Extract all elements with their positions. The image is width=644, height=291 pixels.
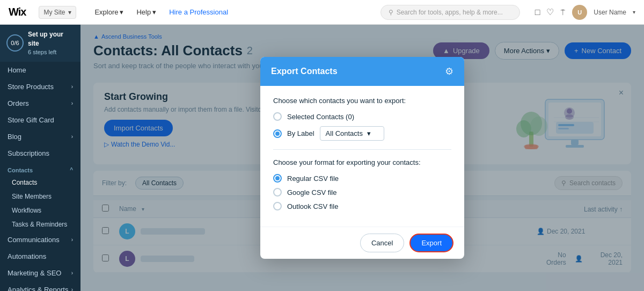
explore-link[interactable]: Explore ▾ bbox=[89, 5, 129, 19]
chevron-right-icon: › bbox=[71, 237, 73, 243]
radio-selected-contacts[interactable]: Selected Contacts (0) bbox=[273, 112, 451, 121]
chevron-right-icon: › bbox=[71, 287, 73, 291]
chevron-right-icon: › bbox=[71, 100, 73, 106]
site-selector[interactable]: My Site ▾ bbox=[39, 6, 76, 19]
radio-google-csv[interactable]: Google CSV file bbox=[273, 188, 451, 197]
cancel-button[interactable]: Cancel bbox=[360, 234, 404, 252]
sidebar-item-store-products[interactable]: Store Products › bbox=[0, 78, 80, 95]
chevron-right-icon: › bbox=[71, 270, 73, 276]
chevron-right-icon: › bbox=[71, 134, 73, 140]
sidebar-item-gift-card[interactable]: Store Gift Card bbox=[0, 112, 80, 128]
sidebar-item-workflows[interactable]: Workflows bbox=[0, 203, 80, 217]
sidebar-item-analytics[interactable]: Analytics & Reports › bbox=[0, 281, 80, 291]
user-chevron-icon: ▾ bbox=[633, 9, 635, 15]
radio-label-by-label: By Label bbox=[287, 129, 314, 137]
radio-circle bbox=[273, 188, 282, 197]
modal-body: Choose which contacts you want to export… bbox=[260, 86, 464, 227]
radio-regular-csv[interactable]: Regular CSV file bbox=[273, 174, 451, 183]
chevron-down-icon: ▾ bbox=[120, 8, 123, 16]
radio-circle bbox=[273, 112, 282, 121]
chevron-down-icon: ▾ bbox=[152, 8, 156, 16]
hire-professional-link[interactable]: Hire a Professional bbox=[164, 5, 233, 19]
chevron-down-icon: ▾ bbox=[68, 9, 71, 16]
sidebar-item-marketing[interactable]: Marketing & SEO › bbox=[0, 265, 80, 281]
sidebar-item-automations[interactable]: Automations bbox=[0, 248, 80, 265]
sidebar-item-site-members[interactable]: Site Members bbox=[0, 190, 80, 203]
help-link[interactable]: Help ▾ bbox=[131, 5, 162, 19]
radio-label-google-csv: Google CSV file bbox=[287, 188, 337, 197]
sidebar-item-contacts[interactable]: Contacts bbox=[0, 176, 80, 190]
sidebar-item-tasks-reminders[interactable]: Tasks & Reminders bbox=[0, 217, 80, 231]
setup-circle: 0/6 bbox=[6, 34, 24, 52]
megaphone-icon[interactable]: ⍑ bbox=[560, 8, 566, 17]
sidebar-item-orders[interactable]: Orders › bbox=[0, 95, 80, 112]
setup-text: Set up your site 6 steps left bbox=[28, 30, 74, 56]
label-dropdown[interactable]: All Contacts ▾ bbox=[320, 126, 384, 141]
modal-divider bbox=[273, 149, 451, 150]
sidebar: 0/6 Set up your site 6 steps left Home S… bbox=[0, 25, 80, 291]
user-name: User Name bbox=[594, 9, 626, 16]
setup-progress[interactable]: 0/6 Set up your site 6 steps left bbox=[0, 25, 80, 62]
export-contacts-modal: Export Contacts ⚙ Choose which contacts … bbox=[260, 57, 464, 259]
main-content: ▲ Ascend Business Tools Contacts: All Co… bbox=[80, 25, 644, 291]
radio-label-outlook-csv: Outlook CSV file bbox=[287, 202, 338, 210]
modal-overlay: Export Contacts ⚙ Choose which contacts … bbox=[80, 25, 644, 291]
chevron-right-icon: › bbox=[71, 84, 73, 90]
search-placeholder: Search for tools, apps, help & more... bbox=[397, 9, 503, 16]
wix-logo: Wix bbox=[9, 6, 26, 18]
main-layout: 0/6 Set up your site 6 steps left Home S… bbox=[0, 25, 644, 291]
nav-links: Explore ▾ Help ▾ Hire a Professional bbox=[89, 5, 233, 19]
bell-icon[interactable]: ♡ bbox=[546, 7, 554, 17]
radio-outlook-csv[interactable]: Outlook CSV file bbox=[273, 202, 451, 210]
sidebar-item-blog[interactable]: Blog › bbox=[0, 128, 80, 145]
modal-title: Export Contacts bbox=[271, 67, 338, 76]
export-button[interactable]: Export bbox=[409, 234, 453, 252]
search-icon: ⚲ bbox=[389, 9, 393, 16]
format-section-label: Choose your format for exporting your co… bbox=[273, 158, 451, 166]
sidebar-item-communications[interactable]: Communications › bbox=[0, 231, 80, 248]
modal-footer: Cancel Export bbox=[260, 227, 464, 259]
global-search-bar[interactable]: ⚲ Search for tools, apps, help & more... bbox=[380, 5, 520, 20]
radio-label-selected: Selected Contacts (0) bbox=[287, 113, 354, 121]
nav-icons: □ ♡ ⍑ U User Name ▾ bbox=[535, 5, 635, 20]
export-contacts-section-label: Choose which contacts you want to export… bbox=[273, 97, 451, 105]
sidebar-section-contacts[interactable]: Contacts ^ bbox=[0, 162, 80, 176]
site-name: My Site bbox=[43, 9, 65, 16]
chat-icon[interactable]: □ bbox=[535, 8, 540, 17]
top-navigation: Wix My Site ▾ Explore ▾ Help ▾ Hire a Pr… bbox=[0, 0, 644, 25]
radio-circle-selected bbox=[273, 129, 282, 138]
sidebar-item-subscriptions[interactable]: Subscriptions bbox=[0, 145, 80, 162]
avatar[interactable]: U bbox=[572, 5, 587, 20]
chevron-up-icon: ^ bbox=[70, 167, 73, 173]
radio-circle-selected bbox=[273, 174, 282, 183]
modal-close-button[interactable]: ⚙ bbox=[445, 66, 453, 77]
chevron-down-icon: ▾ bbox=[367, 129, 371, 137]
sidebar-item-home[interactable]: Home bbox=[0, 62, 80, 78]
radio-by-label[interactable]: By Label All Contacts ▾ bbox=[273, 126, 451, 141]
modal-header: Export Contacts ⚙ bbox=[260, 57, 464, 86]
radio-label-regular-csv: Regular CSV file bbox=[287, 174, 339, 183]
radio-circle bbox=[273, 202, 282, 210]
